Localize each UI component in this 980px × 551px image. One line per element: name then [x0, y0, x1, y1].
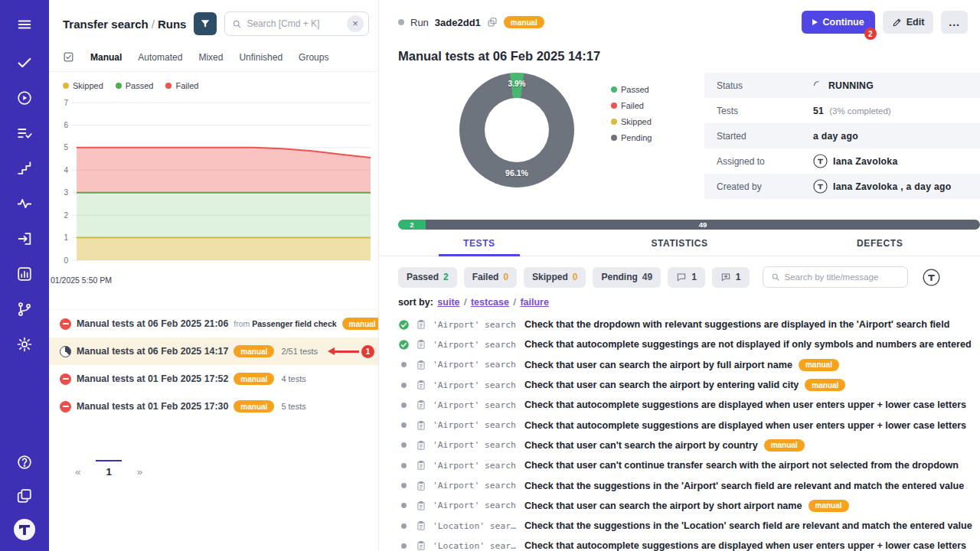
chip-comments[interactable]: 1 [668, 267, 705, 288]
help-icon[interactable] [11, 448, 38, 476]
test-title: Check that user can search the airport b… [524, 360, 792, 370]
test-suite: 'Airport' search [433, 380, 518, 390]
testcase-icon [416, 440, 426, 451]
pending-status-icon [398, 520, 410, 532]
annotation-number: 2 [864, 28, 877, 40]
test-row[interactable]: 'Airport' searchCheck that autocomplete … [379, 395, 980, 415]
pagination-last-button[interactable]: » [131, 460, 149, 478]
filter-pending[interactable]: Pending49 [593, 267, 661, 288]
tab-tests[interactable]: TESTS [379, 238, 580, 256]
filter-passed[interactable]: Passed2 [398, 267, 457, 288]
test-row[interactable]: 'Airport' searchCheck that user can't co… [379, 455, 980, 475]
info-value-text: a day ago [813, 131, 858, 142]
test-row[interactable]: 'Airport' searchCheck that user can't se… [379, 435, 980, 455]
avatar [813, 154, 828, 168]
test-title: Check that user can search the airport b… [524, 500, 802, 511]
assignee-avatar[interactable] [923, 269, 940, 286]
info-row: Tests51(3% completed) [704, 98, 980, 123]
search-box[interactable]: × [224, 11, 369, 36]
testcase-icon [416, 540, 426, 551]
info-value-text: Iana Zavoloka [833, 156, 898, 167]
info-row: StatusRUNNING [704, 73, 980, 98]
search-icon [232, 19, 242, 29]
plans-icon[interactable] [11, 119, 38, 147]
run-list-item[interactable]: Manual tests at 06 Feb 2025 14:17manual2… [49, 337, 378, 365]
tab-automated[interactable]: Automated [138, 52, 182, 63]
sort-by-suite[interactable]: suite [437, 297, 459, 308]
test-row[interactable]: 'Airport' searchCheck that autocomplete … [379, 415, 980, 435]
test-row[interactable]: 'Location' searchCheck that the suggesti… [379, 516, 980, 536]
steps-icon[interactable] [11, 155, 38, 182]
info-label: Assigned to [704, 156, 813, 167]
page-title: Manual tests at 06 Feb 2025 14:17 [379, 34, 980, 64]
pagination-page-1[interactable]: 1 [96, 460, 121, 478]
tests-search-box[interactable] [763, 266, 908, 288]
analytics-icon[interactable] [11, 260, 38, 288]
chip-messages[interactable]: 1 [712, 267, 750, 288]
runs-icon[interactable] [11, 84, 38, 112]
test-row[interactable]: 'Location' searchCheck that autocomplete… [379, 536, 980, 551]
chip-count: 49 [642, 272, 652, 282]
info-value: a day ago [813, 131, 858, 142]
from-run-name[interactable]: Passenger field check [252, 319, 336, 328]
test-title: Check that autocomplete suggestions are … [524, 399, 966, 410]
chip-count: 2 [443, 272, 449, 282]
test-suite: 'Airport' search [433, 500, 518, 510]
test-suite: 'Location' search [433, 541, 518, 551]
import-icon[interactable] [11, 225, 38, 253]
search-input[interactable] [247, 18, 342, 29]
tests-search-input[interactable] [785, 272, 900, 282]
info-value: 51(3% completed) [813, 106, 891, 116]
run-list-item[interactable]: Manual tests at 06 Feb 2025 21:06from Pa… [49, 310, 378, 337]
sidebar-bottom [11, 448, 38, 543]
run-list-item[interactable]: Manual tests at 01 Feb 2025 17:30manual5… [49, 393, 378, 420]
tab-statistics[interactable]: STATISTICS [580, 238, 780, 256]
progress-segment-passed: 2 [398, 220, 426, 230]
breadcrumb-project[interactable]: Transfer search [63, 18, 149, 31]
tab-mixed[interactable]: Mixed [198, 52, 223, 63]
test-row[interactable]: 'Airport' searchCheck that autocomplete … [379, 334, 980, 354]
tab-groups[interactable]: Groups [299, 52, 328, 63]
tab-defects[interactable]: DEFECTS [779, 238, 980, 256]
test-row[interactable]: 'Airport' searchCheck that user can sear… [379, 355, 980, 375]
continue-button[interactable]: Continue 2 [802, 11, 875, 34]
edit-button[interactable]: Edit [883, 11, 934, 34]
test-title: Check that autocomplete suggestings are … [524, 339, 972, 350]
run-list-item[interactable]: Manual tests at 01 Feb 2025 17:52manual4… [49, 365, 378, 393]
app-logo[interactable] [11, 516, 38, 543]
arrow-shaft [335, 350, 359, 353]
pending-status-icon [398, 380, 410, 391]
svg-text:0: 0 [64, 256, 68, 265]
test-row[interactable]: 'Airport' searchCheck that user can sear… [379, 375, 980, 395]
sort-by-failure[interactable]: failure [520, 297, 549, 308]
filter-button[interactable] [194, 12, 217, 35]
test-row[interactable]: 'Airport' searchCheck that the dropdown … [379, 315, 980, 334]
menu-icon[interactable] [11, 11, 38, 38]
run-from: from Passenger field check [234, 319, 336, 328]
pagination-first-button[interactable]: « [69, 460, 87, 478]
test-row[interactable]: 'Airport' searchCheck that user can sear… [379, 496, 980, 516]
tests-icon[interactable] [11, 49, 38, 77]
run-info-table: StatusRUNNINGTests51(3% completed)Starte… [704, 73, 980, 199]
tab-unfinished[interactable]: Unfinished [239, 52, 283, 63]
pulse-icon[interactable] [11, 190, 38, 217]
more-button[interactable]: ... [941, 11, 968, 34]
runs-list: Manual tests at 06 Feb 2025 21:06from Pa… [49, 309, 378, 420]
run-label: Run [410, 17, 429, 28]
tab-manual[interactable]: Manual [90, 52, 122, 63]
projects-icon[interactable] [11, 482, 38, 510]
clear-search-button[interactable]: × [347, 15, 364, 32]
filter-failed[interactable]: Failed0 [464, 267, 517, 288]
legend-label: Skipped [73, 81, 103, 90]
settings-icon[interactable] [11, 331, 38, 358]
sort-by-testcase[interactable]: testcase [471, 297, 509, 308]
branches-icon[interactable] [11, 295, 38, 323]
filter-skipped[interactable]: Skipped0 [524, 267, 586, 288]
test-row[interactable]: 'Airport' searchCheck that the suggestio… [379, 475, 980, 495]
run-actions: Continue 2 Edit ... [802, 11, 968, 34]
legend-label: Failed [175, 81, 198, 90]
failed-status-icon [60, 318, 71, 330]
breadcrumb: Transfer search/Runs [63, 18, 186, 31]
chip-count: 1 [691, 272, 697, 282]
copy-icon[interactable] [487, 17, 498, 28]
